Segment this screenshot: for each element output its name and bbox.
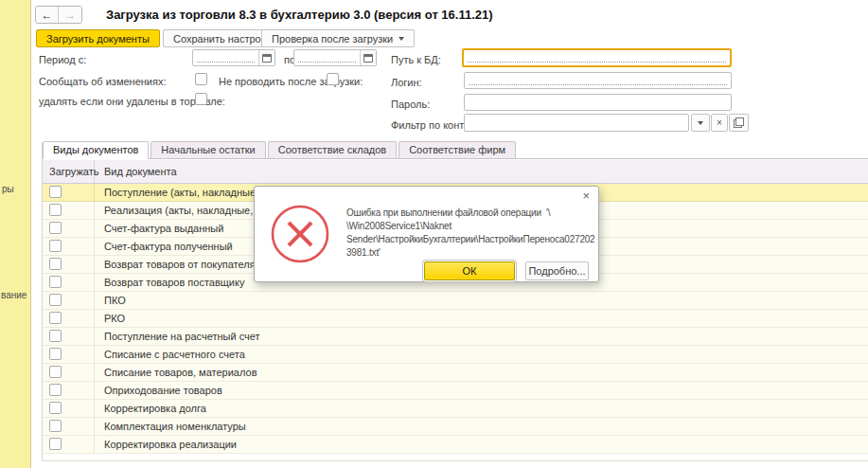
calendar-icon[interactable] bbox=[360, 50, 376, 65]
row-checkbox[interactable] bbox=[49, 366, 62, 378]
table-row[interactable]: Корректировка долга bbox=[43, 400, 868, 418]
login-input[interactable] bbox=[468, 74, 728, 87]
choose-from-list-icon bbox=[734, 117, 744, 128]
table-row[interactable]: Комплектация номенклатуры bbox=[43, 418, 868, 436]
filter-dropdown-button[interactable] bbox=[691, 114, 710, 132]
delete-if-deleted-checkbox[interactable] bbox=[195, 93, 207, 105]
column-header-document-type: Вид документа bbox=[95, 160, 868, 183]
row-checkbox-cell bbox=[43, 418, 95, 435]
details-button[interactable]: Подробно... bbox=[525, 261, 589, 280]
ok-button[interactable]: ОК bbox=[424, 261, 515, 280]
error-dialog: × Ошибка при выполнении файловой операци… bbox=[254, 186, 599, 282]
table-row[interactable]: Поступление на расчетный счет bbox=[43, 328, 868, 346]
no-post-checkbox[interactable] bbox=[327, 73, 339, 85]
document-type-label: Списание товаров, материалов bbox=[95, 364, 868, 381]
sidebar-text-fragment: вание bbox=[1, 290, 27, 300]
row-checkbox[interactable] bbox=[49, 186, 62, 198]
notify-changes-label: Сообщать об изменениях: bbox=[39, 76, 167, 87]
date-from-value bbox=[193, 50, 258, 65]
row-checkbox-cell bbox=[43, 202, 95, 219]
document-type-label: РКО bbox=[95, 310, 868, 327]
row-checkbox[interactable] bbox=[49, 204, 62, 216]
row-checkbox[interactable] bbox=[49, 294, 62, 306]
row-checkbox-cell bbox=[43, 328, 95, 345]
row-checkbox[interactable] bbox=[49, 258, 62, 270]
password-input[interactable] bbox=[468, 96, 728, 109]
table-row[interactable]: ПКО bbox=[43, 292, 868, 310]
table-row[interactable]: РКО bbox=[43, 310, 868, 328]
row-checkbox-cell bbox=[43, 184, 95, 201]
error-icon bbox=[270, 204, 330, 264]
counterparty-filter-input[interactable] bbox=[468, 116, 685, 130]
row-checkbox[interactable] bbox=[49, 240, 62, 252]
row-checkbox-cell bbox=[43, 238, 95, 255]
document-type-label: Списание с расчетного счета bbox=[95, 346, 868, 363]
filter-open-list-button[interactable] bbox=[729, 114, 749, 132]
row-checkbox[interactable] bbox=[49, 222, 62, 234]
calendar-icon[interactable] bbox=[258, 50, 275, 65]
row-checkbox[interactable] bbox=[49, 348, 62, 360]
table-bottom-border bbox=[43, 460, 868, 461]
row-checkbox-cell bbox=[43, 310, 95, 327]
load-documents-button[interactable]: Загрузить документы bbox=[36, 29, 160, 47]
error-message: Ошибка при выполнении файловой операции … bbox=[346, 207, 598, 260]
db-path-input[interactable] bbox=[467, 51, 727, 64]
date-from-input[interactable] bbox=[192, 49, 275, 66]
row-checkbox-cell bbox=[43, 382, 95, 399]
login-label: Логин: bbox=[391, 77, 422, 88]
forward-icon[interactable]: → bbox=[59, 7, 81, 23]
document-type-label: Поступление на расчетный счет bbox=[95, 328, 868, 345]
nav-history-buttons: ← → bbox=[35, 6, 82, 24]
tab-opening-balances[interactable]: Начальные остатки bbox=[151, 141, 265, 158]
period-from-label: Период с: bbox=[39, 54, 86, 65]
sidebar-text-fragment: ры bbox=[2, 184, 14, 194]
chevron-down-icon bbox=[399, 37, 404, 41]
table-row[interactable]: Списание с расчетного счета bbox=[43, 346, 868, 364]
password-label: Пароль: bbox=[391, 99, 430, 110]
row-checkbox-cell bbox=[43, 256, 95, 273]
document-type-label: ПКО bbox=[95, 292, 868, 309]
date-to-input[interactable] bbox=[293, 49, 377, 66]
tab-warehouse-mapping[interactable]: Соответствие складов bbox=[268, 141, 397, 158]
column-header-load: Загружать bbox=[43, 160, 95, 183]
no-post-label: Не проводить после загрузки: bbox=[219, 76, 363, 87]
row-checkbox-cell bbox=[43, 436, 95, 453]
row-checkbox[interactable] bbox=[49, 438, 62, 450]
row-checkbox-cell bbox=[43, 220, 95, 237]
chevron-down-icon bbox=[698, 121, 703, 125]
close-icon[interactable]: × bbox=[582, 189, 590, 202]
tab-company-mapping[interactable]: Соответствие фирм bbox=[399, 141, 516, 158]
db-path-label: Путь к БД: bbox=[391, 54, 441, 65]
table-row[interactable]: Корректировка реализации bbox=[43, 436, 868, 454]
clear-icon: × bbox=[717, 117, 722, 128]
document-type-label: Корректировка реализации bbox=[95, 436, 868, 453]
document-type-label: Корректировка долга bbox=[95, 400, 868, 417]
row-checkbox-cell bbox=[43, 292, 95, 309]
row-checkbox[interactable] bbox=[49, 330, 62, 342]
app-window: ры вание ← → Загрузка из торговли 8.3 в … bbox=[0, 0, 868, 468]
tab-bar: Виды документов Начальные остатки Соотве… bbox=[43, 141, 516, 159]
document-type-label: Оприходование товаров bbox=[95, 382, 868, 399]
notify-changes-checkbox[interactable] bbox=[195, 73, 207, 85]
password-field bbox=[464, 94, 732, 111]
date-to-value bbox=[294, 50, 360, 65]
check-after-load-button[interactable]: Проверка после загрузки bbox=[261, 29, 415, 47]
counterparty-filter-field bbox=[464, 114, 689, 132]
db-path-field bbox=[462, 48, 732, 67]
row-checkbox[interactable] bbox=[49, 384, 62, 396]
check-after-load-label: Проверка после загрузки bbox=[272, 33, 393, 45]
row-checkbox[interactable] bbox=[49, 276, 62, 288]
filter-clear-button[interactable]: × bbox=[711, 114, 728, 132]
left-sidebar-panel: ры вание bbox=[0, 0, 31, 468]
document-type-label: Комплектация номенклатуры bbox=[95, 418, 868, 435]
table-row[interactable]: Оприходование товаров bbox=[43, 382, 868, 400]
table-row[interactable]: Списание товаров, материалов bbox=[43, 364, 868, 382]
back-icon[interactable]: ← bbox=[36, 7, 59, 23]
row-checkbox[interactable] bbox=[49, 420, 62, 432]
row-checkbox-cell bbox=[43, 274, 95, 291]
row-checkbox[interactable] bbox=[49, 312, 62, 324]
tab-document-types[interactable]: Виды документов bbox=[43, 141, 149, 159]
row-checkbox-cell bbox=[43, 364, 95, 381]
row-checkbox[interactable] bbox=[49, 402, 62, 414]
row-checkbox-cell bbox=[43, 400, 95, 417]
